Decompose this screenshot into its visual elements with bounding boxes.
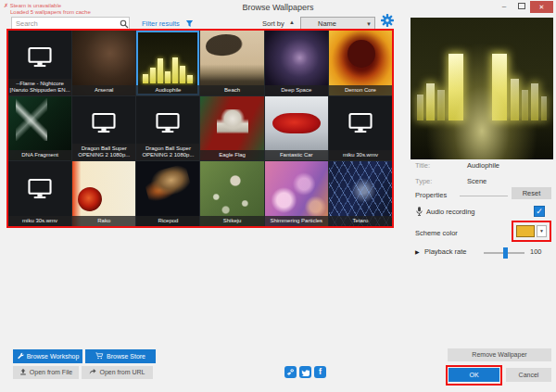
- maximize-icon: [518, 3, 525, 9]
- wallpaper-title: Eagle Flag: [200, 150, 263, 160]
- title-label: Title:: [415, 161, 430, 170]
- playback-rate-value: 100: [530, 247, 542, 256]
- wallpaper-title: Dragon Ball Super OPENING 2 1080p...: [136, 144, 199, 160]
- twitter-icon[interactable]: [299, 366, 311, 378]
- wallpaper-title: Shimmering Particles: [265, 216, 328, 226]
- wallpaper-item[interactable]: Demon Core: [329, 31, 392, 95]
- open-from-file-button[interactable]: Open from File: [13, 366, 79, 379]
- wallpaper-item[interactable]: miku 30s.wmv: [329, 96, 392, 161]
- open-from-file-label: Open from File: [30, 369, 72, 375]
- type-label: Type:: [415, 177, 432, 185]
- wallpaper-item[interactable]: Ricepod: [136, 161, 199, 226]
- title-value: Audiophile: [467, 161, 499, 170]
- playback-rate-slider-handle[interactable]: [503, 247, 508, 259]
- wallpaper-title: Beach: [200, 85, 263, 95]
- sort-dropdown-value: Name: [318, 18, 336, 30]
- browse-store-label: Browse Store: [107, 353, 145, 360]
- monitor-icon: [156, 113, 180, 133]
- microphone-icon: [415, 206, 423, 217]
- search-icon: [120, 19, 129, 29]
- wallpaper-title: Fantastic Car: [265, 150, 328, 160]
- search-input[interactable]: [11, 17, 130, 31]
- close-button[interactable]: ✕: [530, 1, 553, 13]
- minimize-button[interactable]: –: [497, 2, 512, 12]
- wrench-icon: [17, 352, 24, 360]
- open-from-url-label: Open from URL: [99, 369, 145, 375]
- wallpaper-grid: --Flame - Nightcore [Naruto Shippuden EN…: [8, 31, 392, 226]
- browse-workshop-button[interactable]: Browse Workshop: [13, 349, 82, 363]
- sort-by-label: Sort by: [262, 19, 284, 28]
- scheme-color-label: Scheme color: [415, 229, 458, 237]
- wallpaper-item[interactable]: DNA Fragment: [8, 96, 71, 161]
- steam-icon[interactable]: [284, 366, 297, 378]
- properties-divider: [460, 196, 508, 196]
- cart-icon: [95, 352, 104, 360]
- wallpaper-title: Shikeju: [200, 216, 263, 226]
- audio-recording-label: Audio recording: [426, 208, 475, 216]
- window-title: Browse Wallpapers: [0, 3, 556, 12]
- cancel-button[interactable]: Cancel: [506, 368, 551, 382]
- wallpaper-title: Rako: [72, 216, 135, 226]
- wallpaper-item[interactable]: --Flame - Nightcore [Naruto Shippuden EN…: [8, 31, 71, 95]
- wallpaper-title: Demon Core: [329, 85, 392, 95]
- wallpaper-item[interactable]: Arsenal: [72, 31, 135, 95]
- wallpaper-item[interactable]: Shimmering Particles: [265, 161, 328, 226]
- wallpaper-title: Tetaro: [329, 216, 392, 226]
- wallpaper-item[interactable]: Dragon Ball Super OPENING 2 1080p...: [136, 96, 199, 161]
- scheme-color-dropdown[interactable]: ▼: [537, 225, 547, 237]
- browse-workshop-label: Browse Workshop: [27, 353, 80, 360]
- wallpaper-item[interactable]: Shikeju: [200, 161, 263, 226]
- ok-button[interactable]: OK: [449, 368, 499, 382]
- wallpaper-title: DNA Fragment: [8, 150, 71, 160]
- curved-arrow-icon: [89, 368, 96, 375]
- settings-gear-icon[interactable]: [381, 14, 394, 27]
- wallpaper-title: Audiophile: [136, 85, 199, 95]
- wallpaper-item-selected[interactable]: Audiophile: [136, 31, 199, 95]
- filter-icon[interactable]: [185, 19, 194, 28]
- type-value: Scene: [467, 177, 486, 185]
- wallpaper-item[interactable]: miku 30s.wmv: [8, 161, 71, 226]
- wallpaper-item[interactable]: Dragon Ball Super OPENING 2 1080p...: [72, 96, 135, 161]
- browse-store-button[interactable]: Browse Store: [85, 349, 156, 363]
- playback-rate-label: Playback rate: [424, 247, 466, 256]
- monitor-icon: [28, 47, 52, 68]
- maximize-button[interactable]: [514, 2, 529, 12]
- wallpaper-item[interactable]: Rako: [72, 161, 135, 226]
- browse-wallpapers-dialog: ✗ Steam is unavailable Loaded 5 wallpape…: [0, 0, 556, 392]
- wallpaper-title: miku 30s.wmv: [329, 150, 392, 160]
- wallpaper-title: miku 30s.wmv: [8, 216, 71, 226]
- wallpaper-item[interactable]: Fantastic Car: [265, 96, 328, 161]
- monitor-icon: [28, 179, 52, 199]
- audio-recording-checkbox[interactable]: ✓: [534, 206, 545, 217]
- remove-wallpaper-button[interactable]: Remove Wallpaper: [448, 348, 551, 361]
- upload-icon: [19, 368, 27, 375]
- reset-button[interactable]: Reset: [512, 187, 551, 199]
- wallpaper-title: Deep Space: [265, 85, 328, 95]
- monitor-icon: [92, 113, 116, 133]
- audio-bars-art: [136, 52, 199, 83]
- wallpaper-title: Arsenal: [72, 85, 135, 95]
- wallpaper-title: Dragon Ball Super OPENING 2 1080p...: [72, 144, 135, 160]
- wallpaper-item[interactable]: Eagle Flag: [200, 96, 263, 161]
- sort-dropdown[interactable]: Name ▼: [300, 17, 375, 31]
- wallpaper-preview: [411, 18, 553, 159]
- open-from-url-button[interactable]: Open from URL: [82, 366, 153, 379]
- wallpaper-item[interactable]: Beach: [200, 31, 263, 95]
- scheme-color-swatch[interactable]: [516, 225, 535, 237]
- preview-glow: [411, 18, 553, 159]
- monitor-icon: [348, 113, 373, 133]
- facebook-icon[interactable]: f: [314, 366, 326, 378]
- chevron-down-icon: ▼: [366, 19, 372, 31]
- wallpaper-title: --Flame - Nightcore [Naruto Shippuden EN…: [8, 79, 71, 95]
- wallpaper-item[interactable]: Tetaro: [329, 161, 392, 226]
- sort-ascending-icon[interactable]: ▲: [289, 19, 295, 25]
- wallpaper-item[interactable]: Deep Space: [265, 31, 328, 95]
- filter-results-link[interactable]: Filter results: [142, 19, 180, 28]
- wallpaper-title: Ricepod: [136, 216, 199, 226]
- collapse-arrow-icon[interactable]: ▶: [415, 248, 420, 255]
- properties-label: Properties: [415, 191, 447, 199]
